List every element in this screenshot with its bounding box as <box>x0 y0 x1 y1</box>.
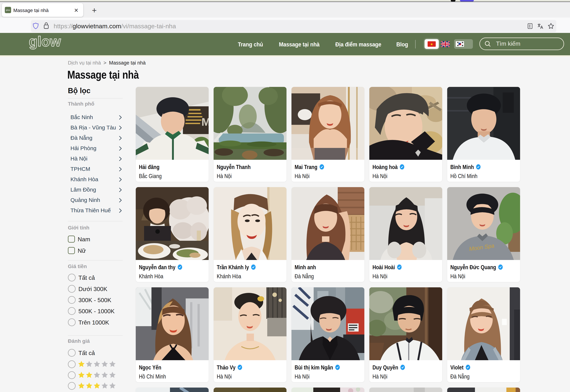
svg-text:glow: glow <box>29 34 61 49</box>
svg-text:M: M <box>201 116 209 128</box>
